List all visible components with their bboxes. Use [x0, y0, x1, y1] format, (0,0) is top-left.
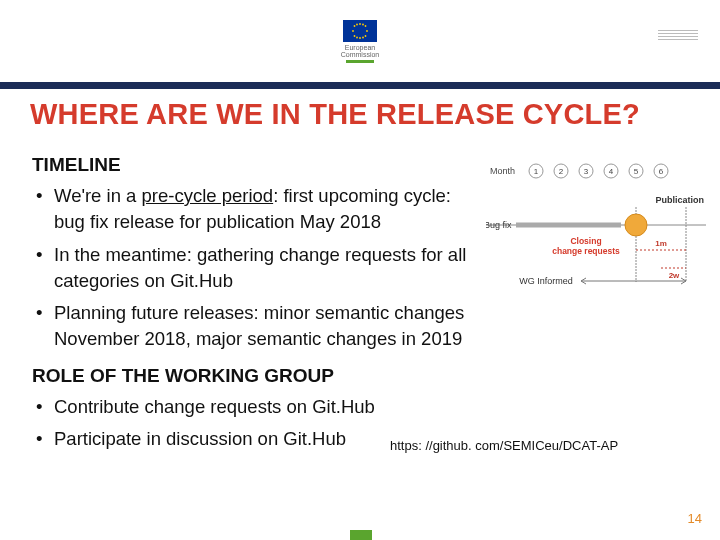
svg-point-1 — [359, 23, 361, 25]
svg-text:2: 2 — [559, 167, 564, 176]
bullet-contribute: Contribute change requests on Git.Hub — [32, 394, 692, 420]
svg-point-3 — [352, 30, 354, 32]
svg-point-7 — [354, 35, 356, 37]
github-url[interactable]: https: //github. com/SEMICeu/DCAT-AP — [390, 438, 690, 454]
timeline-diagram: Month 1 2 3 4 5 6 Publication Bug fix Cl… — [486, 160, 706, 290]
svg-point-6 — [365, 25, 367, 27]
bullet-precycle: We're in a pre-cycle period: first upcom… — [32, 183, 484, 236]
svg-text:Bug fix: Bug fix — [486, 220, 512, 230]
svg-point-2 — [359, 37, 361, 39]
eu-flag-icon — [343, 20, 377, 42]
svg-text:2w: 2w — [669, 271, 680, 280]
svg-point-12 — [362, 37, 364, 39]
bullet-meantime: In the meantime: gathering change reques… — [32, 242, 484, 295]
svg-text:Publication: Publication — [655, 195, 704, 205]
svg-point-8 — [365, 35, 367, 37]
svg-text:5: 5 — [634, 167, 639, 176]
role-heading: ROLE OF THE WORKING GROUP — [32, 363, 692, 390]
svg-text:6: 6 — [659, 167, 664, 176]
svg-text:Closing: Closing — [570, 236, 601, 246]
svg-point-9 — [356, 24, 358, 26]
svg-text:WG Informed: WG Informed — [519, 276, 573, 286]
svg-text:3: 3 — [584, 167, 589, 176]
slide-title: WHERE ARE WE IN THE RELEASE CYCLE? — [30, 98, 640, 131]
logo-building-strokes — [658, 30, 698, 42]
page-number: 14 — [688, 511, 702, 526]
logo-underline — [346, 60, 374, 63]
svg-text:change requests: change requests — [552, 246, 620, 256]
svg-point-10 — [362, 24, 364, 26]
bullet-planning: Planning future releases: minor semantic… — [32, 300, 484, 353]
svg-text:Month: Month — [490, 166, 515, 176]
svg-text:4: 4 — [609, 167, 614, 176]
footer-accent — [350, 530, 372, 540]
svg-point-5 — [354, 25, 356, 27]
svg-point-30 — [625, 214, 647, 236]
logo-text: EuropeanCommission — [341, 44, 380, 58]
svg-text:1: 1 — [534, 167, 539, 176]
svg-text:1m: 1m — [655, 239, 667, 248]
svg-point-4 — [366, 30, 368, 32]
ec-logo: EuropeanCommission — [310, 6, 410, 84]
header-bar — [0, 82, 720, 89]
svg-point-11 — [356, 37, 358, 39]
